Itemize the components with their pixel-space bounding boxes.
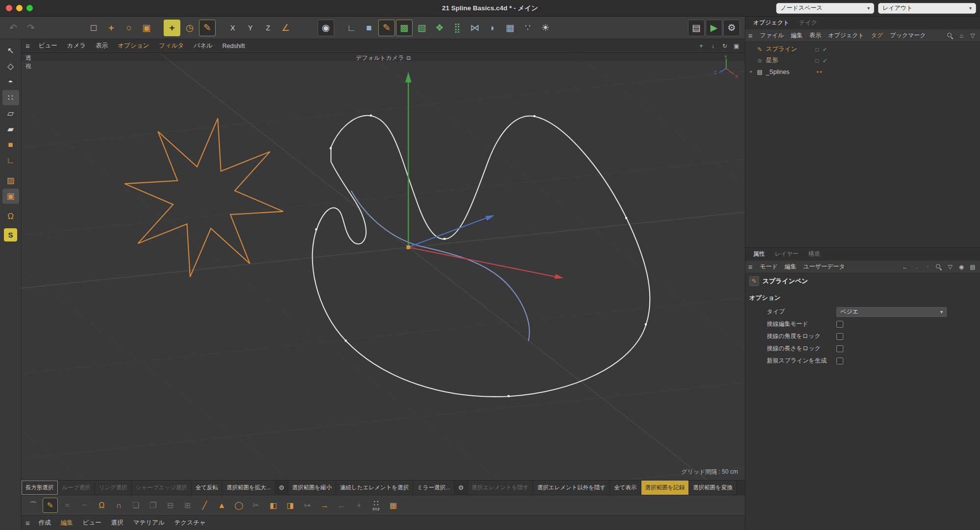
star-spline[interactable] <box>124 119 283 277</box>
gear-icon[interactable]: ⚙ <box>455 481 468 495</box>
object-row-splines-layer[interactable]: + ▤ _Splines ●● <box>745 66 980 77</box>
undo-icon[interactable]: ↶ <box>5 20 22 36</box>
menu-texture[interactable]: テクスチャ <box>170 519 211 527</box>
om-menu-view[interactable]: 表示 <box>806 31 825 40</box>
bevel-tool-icon[interactable]: ❐ <box>146 498 161 513</box>
snap-toggle-icon[interactable]: Ω <box>2 209 19 224</box>
close-window-button[interactable] <box>6 5 12 11</box>
visibility-toggle[interactable]: ▢ <box>815 47 819 52</box>
model-mode-icon[interactable]: ■ <box>2 137 19 152</box>
filter-icon[interactable]: ▽ <box>946 263 955 271</box>
options-section-header[interactable]: オプション <box>745 289 980 306</box>
vp-menu-camera[interactable]: カメラ <box>62 42 91 50</box>
viewport-canvas[interactable] <box>22 53 745 480</box>
array-object-icon[interactable]: ⣿ <box>449 20 466 36</box>
lock-icon[interactable]: ◉ <box>957 263 966 271</box>
enabled-check-icon[interactable]: ✓ <box>823 57 828 64</box>
filter-icon[interactable]: ▽ <box>968 31 977 40</box>
history-back-icon[interactable]: ← <box>901 263 909 271</box>
om-menu-bookmark[interactable]: ブックマーク <box>886 31 929 40</box>
cmd-rect-select[interactable]: 長方形選択 <box>22 481 58 495</box>
search-icon[interactable] <box>934 263 943 271</box>
knife-tool-icon[interactable]: ╱ <box>197 498 212 513</box>
cmd-invert-all[interactable]: 全て反転 <box>192 481 222 495</box>
cmd-convert-selection[interactable]: 選択範囲を変換 <box>689 481 737 495</box>
enabled-check-icon[interactable]: ✓ <box>823 46 828 53</box>
checkbox[interactable] <box>836 333 843 340</box>
render-clapper-icon[interactable]: ▤ <box>688 20 705 36</box>
menu-view[interactable]: ビュー <box>78 519 106 527</box>
spline-pen-tool-icon[interactable]: ✎ <box>43 498 58 513</box>
render-view-icon[interactable]: ◉ <box>318 20 334 36</box>
vp-menu-display[interactable]: 表示 <box>91 42 113 50</box>
om-menu-tag[interactable]: タグ <box>868 31 887 40</box>
points-mode-icon[interactable]: ∷ <box>2 90 19 105</box>
view-mode-label[interactable]: 透視 <box>25 54 32 60</box>
cmd-ring-select[interactable]: リング選択 <box>95 481 132 495</box>
layout-dropdown[interactable]: レイアウト ▾ <box>878 3 976 14</box>
symmetry-object-icon[interactable]: ⋈ <box>466 20 483 36</box>
polygon-mode-icon[interactable]: ▰ <box>2 121 19 137</box>
checkbox[interactable] <box>836 358 843 364</box>
cube-primitive-icon[interactable]: ■ <box>361 20 377 36</box>
vp-menu-panel[interactable]: パネル <box>189 42 217 50</box>
attr-menu-mode[interactable]: モード <box>757 263 782 271</box>
workplane-mode-icon[interactable]: ▨ <box>2 173 19 188</box>
scissors-tool-icon[interactable]: ✂ <box>248 498 264 513</box>
menu-material[interactable]: マテリアル <box>128 519 170 527</box>
spline-sketch-tool-icon[interactable]: ≈ <box>60 498 75 513</box>
pen-object-icon[interactable]: ✎ <box>378 20 395 36</box>
plane-b-tool-icon[interactable]: ◨ <box>283 498 298 513</box>
attr-menu-edit[interactable]: 編集 <box>781 263 800 271</box>
swap-view-icon[interactable]: ↻ <box>720 42 729 50</box>
texture-mode-icon[interactable]: ◓ <box>2 74 19 90</box>
nodespace-dropdown[interactable]: ノードスペース ▾ <box>776 3 874 14</box>
cmd-show-all[interactable]: 全て表示 <box>610 481 641 495</box>
cylinder-tool-icon[interactable]: ◯ <box>231 498 246 513</box>
cmd-grow-selection[interactable]: 選択範囲を拡大... <box>222 481 275 495</box>
object-name[interactable]: スプライン <box>766 45 813 53</box>
tab-takes[interactable]: テイク <box>794 17 822 29</box>
tab-layers[interactable]: レイヤー <box>770 248 804 260</box>
hamburger-icon[interactable]: ≡ <box>748 263 753 270</box>
tab-attributes[interactable]: 属性 <box>748 248 770 260</box>
object-name[interactable]: 星形 <box>766 56 813 65</box>
extrude-object-icon[interactable]: ▧ <box>414 20 430 36</box>
attr-menu-userdata[interactable]: ユーザーデータ <box>800 263 848 271</box>
bird-spline[interactable] <box>312 116 650 397</box>
coord-system-icon[interactable]: ∠ <box>277 20 294 36</box>
lock-z-axis-icon[interactable]: Z <box>260 20 276 36</box>
cone-tool-icon[interactable]: ▲ <box>214 498 229 513</box>
cmd-select-connected[interactable]: 連続したエレメントを選択 <box>336 481 413 495</box>
parent-up-icon[interactable]: ↑ <box>923 263 932 271</box>
expander-icon[interactable]: + <box>748 69 754 74</box>
camera-label[interactable]: デフォルトカメラ ⊡ <box>356 54 411 62</box>
history-forward-icon[interactable]: → <box>912 263 921 271</box>
xyz-coords-icon[interactable]: ∷ XYZ <box>368 498 384 513</box>
object-row-spline[interactable]: ✎ スプライン ▢ ✓ <box>745 44 980 55</box>
tab-structure[interactable]: 構造 <box>804 248 825 260</box>
x-axis[interactable] <box>408 247 556 277</box>
axis-orientation-gizmo[interactable]: Y X Z <box>711 55 741 81</box>
vp-menu-options[interactable]: オプション <box>113 42 154 50</box>
selection-tool-icon[interactable]: □ <box>85 20 102 36</box>
move-tool-icon[interactable]: + <box>103 20 120 36</box>
maximize-view-icon[interactable]: ▣ <box>732 42 741 50</box>
axis-scale-tool-icon[interactable]: ← <box>334 498 349 513</box>
z-axis[interactable] <box>408 217 487 247</box>
bridge-tool-icon[interactable]: ⊟ <box>163 498 178 513</box>
add-point-tool-icon[interactable]: + <box>351 498 367 513</box>
cmd-shrink-selection[interactable]: 選択範囲を縮小 <box>288 481 336 495</box>
grid-array-icon[interactable]: ▦ <box>502 20 518 36</box>
axis-move-tool-icon[interactable]: → <box>317 498 332 513</box>
scale-tool-icon[interactable]: ▣ <box>138 20 155 36</box>
arc-guide-icon[interactable]: ∩ <box>111 498 126 513</box>
viewport-3d[interactable]: 透視 デフォルトカメラ ⊡ Y X Z グ <box>22 53 745 480</box>
subdivision-surface-icon[interactable]: ▩ <box>396 20 413 36</box>
menu-edit[interactable]: 編集 <box>56 519 78 527</box>
pointer-tool-icon[interactable]: ↖ <box>2 43 19 58</box>
metaball-object-icon[interactable]: ◗ <box>484 20 501 36</box>
vp-menu-redshift[interactable]: Redshift <box>218 43 250 49</box>
object-row-star[interactable]: ☆ 星形 ▢ ✓ <box>745 55 980 66</box>
render-settings-icon[interactable]: ⚙ <box>723 20 740 36</box>
